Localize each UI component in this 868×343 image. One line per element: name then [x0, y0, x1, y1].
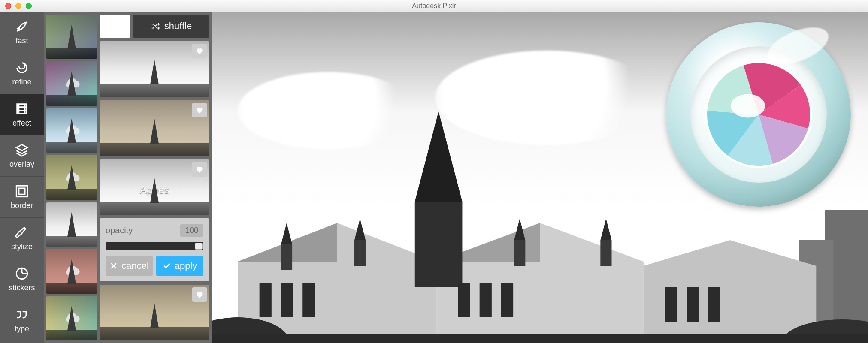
check-icon [163, 262, 171, 270]
tool-effect[interactable]: effect [0, 94, 44, 135]
quote-icon [15, 307, 29, 322]
shuffle-button[interactable]: shuffle [133, 15, 209, 38]
tool-label: overlay [9, 160, 34, 169]
aperture-icon [705, 61, 812, 168]
tool-label: type [15, 325, 29, 334]
favorite-button[interactable] [192, 287, 207, 302]
window-close-button[interactable] [5, 3, 11, 9]
cloud-download-icon [62, 77, 81, 90]
brush-icon [15, 225, 29, 240]
svg-rect-22 [302, 283, 315, 317]
pixlr-logo [666, 22, 851, 207]
svg-rect-18 [600, 240, 611, 266]
cancel-button[interactable]: cancel [106, 256, 153, 276]
svg-rect-23 [458, 283, 470, 317]
svg-rect-14 [354, 240, 366, 266]
tool-type[interactable]: type [0, 300, 44, 341]
svg-rect-25 [501, 283, 513, 317]
effect-category-thumb[interactable] [46, 61, 97, 105]
tool-label: refine [12, 78, 31, 87]
tool-fast[interactable]: fast [0, 12, 44, 53]
opacity-label: opacity [106, 226, 133, 235]
effect-variant-thumb-selected[interactable]: Agnes [100, 159, 209, 215]
effect-categories [44, 12, 100, 343]
filmstrip-icon [15, 102, 29, 116]
current-swatch [100, 15, 130, 38]
svg-rect-10 [415, 202, 463, 287]
apply-button[interactable]: apply [156, 256, 203, 276]
cloud-download-icon [62, 124, 81, 138]
svg-point-39 [731, 94, 765, 118]
favorite-button[interactable] [192, 162, 207, 177]
tool-label: fast [15, 36, 28, 45]
svg-rect-16 [514, 240, 525, 266]
effect-category-thumb[interactable] [46, 249, 97, 293]
titlebar: Autodesk Pixlr [0, 0, 868, 12]
effect-variant-thumb[interactable] [100, 100, 209, 156]
effect-controls: opacity 100 cancel apply [100, 218, 209, 281]
svg-marker-11 [415, 111, 463, 202]
shuffle-row: shuffle [100, 15, 209, 38]
window-zoom-button[interactable] [26, 3, 32, 9]
svg-rect-21 [281, 283, 293, 317]
cancel-label: cancel [121, 260, 149, 271]
effect-category-thumb[interactable] [46, 296, 97, 340]
svg-rect-20 [260, 283, 272, 317]
tool-label: stickers [9, 283, 35, 292]
tool-rail: fast refine effect overlay border [0, 12, 44, 343]
window-minimize-button[interactable] [15, 3, 21, 9]
tool-border[interactable]: border [0, 177, 44, 218]
image-canvas[interactable] [212, 12, 868, 343]
traffic-lights [0, 3, 32, 9]
app-body: fast refine effect overlay border [0, 12, 868, 343]
slider-knob[interactable] [195, 243, 203, 250]
rocket-icon [15, 19, 29, 34]
cloud-download-icon [62, 171, 81, 184]
apply-label: apply [175, 260, 197, 271]
tool-overlay[interactable]: overlay [0, 135, 44, 177]
svg-rect-26 [665, 287, 677, 322]
cloud-download-icon [62, 265, 81, 278]
tool-label: effect [12, 119, 31, 128]
favorite-button[interactable] [192, 103, 207, 117]
svg-rect-27 [687, 287, 699, 322]
tool-label: border [11, 201, 33, 210]
svg-rect-24 [480, 283, 492, 317]
tool-stylize[interactable]: stylize [0, 218, 44, 259]
svg-rect-12 [281, 244, 292, 270]
layers-icon [15, 143, 29, 157]
effect-variant-label: Agnes [100, 184, 209, 196]
effect-variant-thumb[interactable] [100, 285, 209, 340]
svg-rect-2 [19, 188, 25, 194]
effect-variant-thumb[interactable] [100, 41, 209, 97]
effect-category-thumb[interactable] [46, 155, 97, 199]
opacity-value: 100 [180, 224, 203, 237]
tool-refine[interactable]: refine [0, 53, 44, 94]
sticker-icon [15, 266, 29, 281]
effect-category-thumb[interactable] [46, 15, 97, 59]
favorite-button[interactable] [192, 44, 207, 58]
tool-stickers[interactable]: stickers [0, 259, 44, 300]
shuffle-label: shuffle [164, 21, 192, 32]
opacity-slider[interactable] [106, 242, 203, 250]
svg-marker-13 [281, 223, 292, 244]
tool-label: stylize [11, 242, 33, 251]
shuffle-icon [151, 21, 160, 31]
svg-marker-19 [600, 219, 611, 240]
effect-category-thumb[interactable] [46, 202, 97, 247]
svg-rect-28 [708, 287, 720, 322]
swirl-icon [15, 60, 29, 75]
svg-rect-1 [16, 186, 27, 197]
svg-marker-15 [354, 219, 366, 240]
effect-variants: shuffle Agnes opacity 100 [100, 12, 212, 343]
close-icon [109, 262, 118, 270]
frame-icon [15, 184, 29, 199]
svg-rect-31 [212, 334, 868, 343]
window-title: Autodesk Pixlr [0, 2, 868, 10]
cloud-download-icon [62, 311, 81, 325]
effect-category-thumb[interactable] [46, 108, 97, 153]
